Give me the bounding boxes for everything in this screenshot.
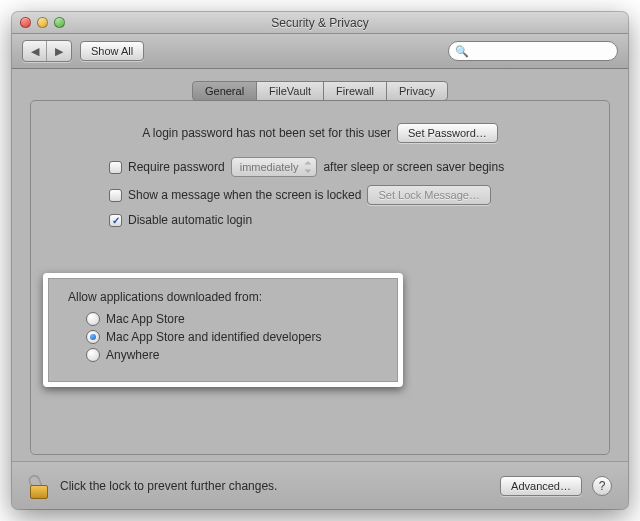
radio-icon[interactable] [86, 348, 100, 362]
gatekeeper-option-label: Anywhere [106, 348, 159, 362]
show-all-button[interactable]: Show All [80, 41, 144, 61]
preferences-window: Security & Privacy ◀ ▶ Show All 🔍 Genera… [12, 12, 628, 509]
help-button[interactable]: ? [592, 476, 612, 496]
disable-autologin-row: Disable automatic login [109, 213, 587, 227]
tab-filevault[interactable]: FileVault [256, 81, 324, 101]
lock-text: Click the lock to prevent further change… [60, 479, 277, 493]
require-password-tail: after sleep or screen saver begins [323, 160, 504, 174]
search-input[interactable] [473, 44, 609, 58]
require-password-row: Require password immediately after sleep… [109, 157, 587, 177]
search-icon: 🔍 [455, 45, 469, 58]
show-message-row: Show a message when the screen is locked… [109, 185, 587, 205]
traffic-lights [12, 17, 65, 28]
gatekeeper-option-anywhere[interactable]: Anywhere [86, 348, 378, 362]
login-password-text: A login password has not been set for th… [142, 126, 391, 140]
tab-firewall[interactable]: Firewall [323, 81, 387, 101]
set-password-button[interactable]: Set Password… [397, 123, 498, 143]
show-message-checkbox[interactable] [109, 189, 122, 202]
tab-general[interactable]: General [192, 81, 257, 101]
gatekeeper-section: Allow applications downloaded from: Mac … [43, 273, 403, 387]
require-password-label: Require password [128, 160, 225, 174]
window-title: Security & Privacy [12, 16, 628, 30]
close-icon[interactable] [20, 17, 31, 28]
tab-bar: General FileVault Firewall Privacy [30, 81, 610, 101]
zoom-icon[interactable] [54, 17, 65, 28]
radio-icon[interactable] [86, 330, 100, 344]
gatekeeper-title: Allow applications downloaded from: [68, 290, 378, 304]
disable-autologin-checkbox[interactable] [109, 214, 122, 227]
advanced-button[interactable]: Advanced… [500, 476, 582, 496]
forward-icon[interactable]: ▶ [47, 41, 71, 61]
footer: Click the lock to prevent further change… [12, 461, 628, 509]
lock-icon[interactable] [28, 473, 50, 499]
minimize-icon[interactable] [37, 17, 48, 28]
require-password-delay-popup[interactable]: immediately [231, 157, 318, 177]
show-message-label: Show a message when the screen is locked [128, 188, 361, 202]
tab-privacy[interactable]: Privacy [386, 81, 448, 101]
nav-back-forward[interactable]: ◀ ▶ [22, 40, 72, 62]
back-icon[interactable]: ◀ [23, 41, 47, 61]
login-password-row: A login password has not been set for th… [53, 123, 587, 143]
gatekeeper-option-appstore[interactable]: Mac App Store [86, 312, 378, 326]
radio-icon[interactable] [86, 312, 100, 326]
gatekeeper-option-label: Mac App Store [106, 312, 185, 326]
content-area: General FileVault Firewall Privacy A log… [12, 69, 628, 461]
toolbar: ◀ ▶ Show All 🔍 [12, 34, 628, 69]
gatekeeper-option-identified[interactable]: Mac App Store and identified developers [86, 330, 378, 344]
titlebar: Security & Privacy [12, 12, 628, 34]
disable-autologin-label: Disable automatic login [128, 213, 252, 227]
search-field[interactable]: 🔍 [448, 41, 618, 61]
gatekeeper-option-label: Mac App Store and identified developers [106, 330, 321, 344]
general-panel: A login password has not been set for th… [30, 100, 610, 455]
require-password-checkbox[interactable] [109, 161, 122, 174]
set-lock-message-button: Set Lock Message… [367, 185, 491, 205]
